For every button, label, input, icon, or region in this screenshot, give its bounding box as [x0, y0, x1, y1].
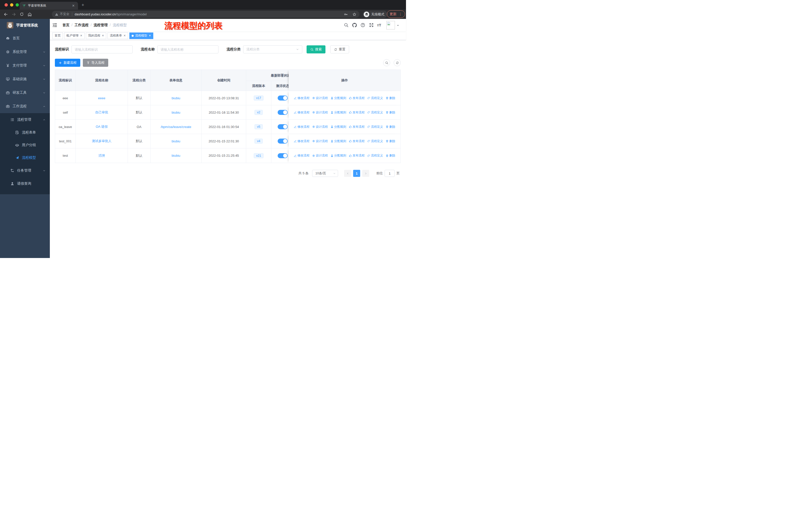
tag-chip[interactable]: 流程模型 ✕	[129, 32, 153, 39]
design-action-link[interactable]: 设计流程	[312, 96, 328, 100]
import-process-button[interactable]: 导入流程	[83, 59, 108, 67]
breadcrumb-item[interactable]: 流程管理	[94, 23, 108, 27]
sidebar-item-yen[interactable]: 支付管理	[0, 59, 50, 72]
goto-page-input[interactable]	[385, 170, 395, 177]
active-toggle[interactable]	[278, 96, 288, 101]
home-icon[interactable]	[27, 12, 32, 17]
github-icon[interactable]	[352, 23, 357, 27]
search-button[interactable]: 搜索	[307, 45, 325, 53]
browser-tab[interactable]: 芋道管理系统 ✕	[20, 2, 78, 9]
edit-action-link[interactable]: 修改流程	[294, 110, 310, 115]
process-name-link[interactable]: 自己审批	[95, 110, 108, 115]
active-toggle[interactable]	[278, 139, 288, 144]
definition-action-link[interactable]: 流程定义	[367, 139, 383, 143]
next-page-button[interactable]	[362, 170, 369, 177]
reset-button[interactable]: 重置	[330, 45, 349, 53]
assign-action-link[interactable]: 分配规则	[330, 154, 346, 158]
sidebar-item-briefcase[interactable]: 工作流程	[0, 100, 50, 113]
form-info-link[interactable]: biubiu	[172, 139, 180, 143]
tag-chip[interactable]: 我的流程 ✕	[86, 32, 106, 39]
form-info-link[interactable]: biubiu	[172, 96, 180, 100]
delete-action-link[interactable]: 删除	[386, 154, 396, 158]
sidebar-item-gear[interactable]: 系统管理	[0, 45, 50, 59]
new-tab-button[interactable]: +	[82, 3, 84, 7]
sidebar-item-tree[interactable]: 流程管理	[0, 113, 50, 126]
reload-icon[interactable]	[20, 12, 24, 17]
browser-update-button[interactable]: 更新 ⋮	[387, 10, 405, 18]
publish-action-link[interactable]: 发布流程	[349, 139, 365, 143]
active-toggle[interactable]	[278, 110, 288, 115]
tag-close-icon[interactable]: ✕	[149, 34, 151, 37]
edit-action-link[interactable]: 修改流程	[294, 125, 310, 129]
delete-action-link[interactable]: 删除	[386, 139, 396, 143]
publish-action-link[interactable]: 发布流程	[349, 154, 365, 158]
active-toggle[interactable]	[278, 124, 288, 129]
definition-action-link[interactable]: 流程定义	[367, 110, 383, 115]
process-name-link[interactable]: eeee	[98, 96, 106, 100]
form-info-link[interactable]: /bpm/oa/leave/create	[161, 125, 191, 129]
design-action-link[interactable]: 设计流程	[312, 139, 328, 143]
sidebar-item-form[interactable]: 流程表单	[0, 126, 50, 139]
sidebar-item-robot[interactable]: 用户分组	[0, 139, 50, 152]
assign-action-link[interactable]: 分配规则	[330, 125, 346, 129]
window-maximize-button[interactable]	[16, 3, 19, 6]
window-minimize-button[interactable]	[10, 3, 13, 6]
tab-close-icon[interactable]: ✕	[71, 4, 76, 7]
bookmark-star-icon[interactable]	[352, 12, 356, 17]
publish-action-link[interactable]: 发布流程	[349, 125, 365, 129]
process-name-input[interactable]	[157, 45, 219, 53]
design-action-link[interactable]: 设计流程	[312, 125, 328, 129]
design-action-link[interactable]: 设计流程	[312, 154, 328, 158]
breadcrumb-item[interactable]: 工作流程	[75, 23, 89, 27]
definition-action-link[interactable]: 流程定义	[367, 154, 383, 158]
page-size-select[interactable]: 10条/页	[312, 170, 338, 177]
assign-action-link[interactable]: 分配规则	[330, 110, 346, 115]
delete-action-link[interactable]: 删除	[386, 110, 396, 115]
sidebar-item-monitor[interactable]: 基础设施	[0, 72, 50, 86]
breadcrumb-item[interactable]: 首页	[62, 23, 69, 27]
tag-chip[interactable]: 流程表单 ✕	[108, 32, 128, 39]
tag-chip[interactable]: 首页 ✕	[52, 32, 63, 39]
process-name-link[interactable]: 滔博	[98, 154, 105, 158]
window-close-button[interactable]	[4, 3, 8, 6]
assign-action-link[interactable]: 分配规则	[330, 96, 346, 100]
active-toggle[interactable]	[278, 153, 288, 158]
back-icon[interactable]	[3, 12, 8, 17]
tag-close-icon[interactable]: ✕	[80, 34, 82, 37]
avatar-caret-down-icon[interactable]	[397, 24, 399, 27]
sidebar-item-task[interactable]: 任务管理	[0, 164, 50, 177]
edit-action-link[interactable]: 修改流程	[294, 96, 310, 100]
address-bar[interactable]: 不安全 dashboard.yudao.iocoder.cn/bpm/manag…	[52, 11, 359, 18]
sidebar-item-toolbox[interactable]: 研发工具	[0, 86, 50, 100]
create-process-button[interactable]: 新建流程	[55, 59, 80, 67]
password-key-icon[interactable]	[344, 12, 348, 17]
toggle-search-button[interactable]	[383, 59, 390, 66]
search-icon[interactable]	[344, 23, 349, 27]
fullscreen-icon[interactable]	[369, 23, 374, 27]
help-question-icon[interactable]	[360, 23, 365, 27]
tag-chip[interactable]: 租户管理 ✕	[64, 32, 85, 39]
delete-action-link[interactable]: 删除	[386, 96, 396, 100]
definition-action-link[interactable]: 流程定义	[367, 96, 383, 100]
tag-close-icon[interactable]: ✕	[102, 34, 104, 37]
delete-action-link[interactable]: 删除	[386, 125, 396, 129]
form-info-link[interactable]: biubiu	[172, 154, 180, 158]
process-name-link[interactable]: OA 请假	[96, 125, 108, 129]
edit-action-link[interactable]: 修改流程	[294, 139, 310, 143]
forward-icon[interactable]	[11, 12, 16, 17]
font-size-icon[interactable]: ᴛT	[377, 23, 381, 27]
sidebar-item-dashboard[interactable]: 首页	[0, 31, 50, 45]
tag-close-icon[interactable]: ✕	[123, 34, 125, 37]
form-info-link[interactable]: biubiu	[172, 111, 180, 114]
process-name-link[interactable]: 测试多审批人	[92, 139, 112, 143]
publish-action-link[interactable]: 发布流程	[349, 110, 365, 115]
sidebar-logo[interactable]: 芋道管理系统	[0, 19, 50, 31]
user-avatar[interactable]	[386, 21, 395, 29]
process-id-input[interactable]	[71, 45, 133, 53]
prev-page-button[interactable]	[344, 170, 351, 177]
category-select[interactable]: 流程分类	[243, 45, 302, 53]
edit-action-link[interactable]: 修改流程	[294, 154, 310, 158]
assign-action-link[interactable]: 分配规则	[330, 139, 346, 143]
publish-action-link[interactable]: 发布流程	[349, 96, 365, 100]
design-action-link[interactable]: 设计流程	[312, 110, 328, 115]
